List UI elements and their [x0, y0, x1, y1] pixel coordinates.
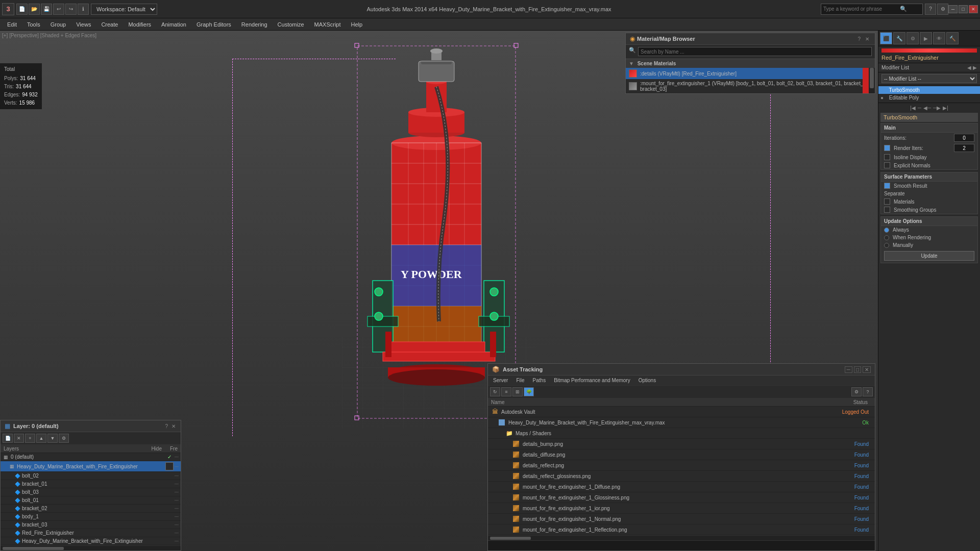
layer-item-5[interactable]: 🔷 bolt_01 ···: [1, 496, 181, 505]
rpanel-icon-motion[interactable]: ▶: [920, 32, 932, 44]
layers-tb-up[interactable]: ▲: [36, 434, 46, 443]
layer-item-10[interactable]: 🔷 Heavy_Duty_Marine_Bracket_with_Fire_Ex…: [1, 537, 181, 545]
at-menu-file[interactable]: File: [513, 377, 527, 384]
at-item-1[interactable]: Heavy_Duty_Marine_Bracket_with_Fire_Exti…: [488, 417, 875, 428]
mat-item-1[interactable]: :mount_for_fire_extinguisher_1 (VRayMtl)…: [626, 79, 875, 93]
layers-close-btn[interactable]: ✕: [170, 423, 177, 429]
menu-modifiers[interactable]: Modifiers: [123, 20, 156, 29]
menu-edit[interactable]: Edit: [2, 20, 22, 29]
at-item-7[interactable]: mount_for_fire_extinguisher_1_Diffuse.pn…: [488, 482, 875, 492]
layer-item-6[interactable]: 🔷 bracket_02 ···: [1, 505, 181, 513]
redo-btn[interactable]: ↪: [65, 4, 77, 15]
menu-views[interactable]: Views: [71, 20, 96, 29]
layer-item-2[interactable]: 🔷 bolt_02 ···: [1, 472, 181, 480]
when-rendering-radio[interactable]: [884, 235, 889, 240]
isoline-check[interactable]: [884, 154, 890, 160]
at-item-0[interactable]: 🏛 Autodesk Vault Logged Out: [488, 407, 875, 417]
new-btn[interactable]: 📄: [16, 4, 28, 15]
at-tb-view-tree[interactable]: 🌳: [524, 387, 534, 396]
modifier-nav-right[interactable]: ▶: [973, 65, 977, 70]
menu-maxscript[interactable]: MAXScript: [309, 20, 346, 29]
menu-graph-editors[interactable]: Graph Editors: [191, 20, 236, 29]
workspace-dropdown[interactable]: Workspace: Default: [91, 4, 157, 15]
layers-horizontal-scrollbar[interactable]: [1, 545, 181, 550]
menu-animation[interactable]: Animation: [156, 20, 191, 29]
layer-box-1[interactable]: [165, 462, 174, 470]
minimize-btn[interactable]: ─: [948, 5, 958, 13]
at-menu-bitmap-perf[interactable]: Bitmap Performance and Memory: [551, 377, 633, 384]
rpanel-icon-hierarchy[interactable]: ⚙: [906, 32, 919, 44]
at-tb-settings[interactable]: ⚙: [851, 387, 862, 396]
close-btn[interactable]: ✕: [969, 5, 978, 13]
layer-item-7[interactable]: 🔷 body_1 ···: [1, 513, 181, 521]
modifier-nav-left[interactable]: ◀: [967, 65, 971, 70]
at-close-btn[interactable]: ✕: [863, 366, 871, 373]
at-item-11[interactable]: mount_for_fire_extinguisher_1_Reflection…: [488, 524, 875, 535]
rpanel-icon-modify[interactable]: 🔧: [893, 32, 905, 44]
at-menu-options[interactable]: Options: [635, 377, 659, 384]
modifier-dropdown[interactable]: -- Modifier List --: [881, 74, 977, 83]
rpanel-icon-display2[interactable]: 👁: [933, 32, 945, 44]
menu-customize[interactable]: Customize: [273, 20, 309, 29]
open-btn[interactable]: 📂: [29, 4, 40, 15]
rpanel-icon-utilities[interactable]: 🔨: [946, 32, 959, 44]
layer-item-9[interactable]: 🔷 Red_Fire_Extniguisher ···: [1, 529, 181, 537]
render-iters-check[interactable]: [884, 145, 890, 151]
layers-tb-add[interactable]: +: [25, 434, 35, 443]
at-item-9[interactable]: mount_for_fire_extinguisher_1_ior.png Fo…: [488, 503, 875, 514]
nav-btn-4[interactable]: ─▶: [933, 105, 941, 111]
menu-tools[interactable]: Tools: [22, 20, 45, 29]
save-btn[interactable]: 💾: [41, 4, 52, 15]
layers-tb-settings[interactable]: ⚙: [59, 434, 69, 443]
menu-group[interactable]: Group: [45, 20, 71, 29]
at-item-4[interactable]: details_diffuse.png Found: [488, 449, 875, 460]
smooth-result-check[interactable]: [884, 183, 890, 189]
at-horizontal-scrollbar[interactable]: [488, 535, 875, 540]
menu-create[interactable]: Create: [96, 20, 123, 29]
layers-scroll-thumb[interactable]: [3, 547, 64, 550]
iterations-input[interactable]: [954, 134, 974, 142]
search-box[interactable]: 🔍: [821, 4, 923, 15]
layer-item-0[interactable]: ▦ 0 (default) ✓ ···: [1, 453, 181, 461]
mat-search-input[interactable]: [638, 47, 872, 56]
at-search-input[interactable]: [490, 543, 873, 548]
at-tb-view-details[interactable]: ⊞: [512, 387, 523, 396]
mat-item-0[interactable]: :details (VRayMtl) [Red_Fire_Extniguishe…: [626, 68, 875, 79]
at-menu-paths[interactable]: Paths: [530, 377, 549, 384]
menu-help[interactable]: Help: [346, 20, 368, 29]
mat-browser-close[interactable]: ✕: [864, 36, 871, 42]
at-item-3[interactable]: details_bump.png Found: [488, 439, 875, 449]
modifier-item-turbosmooth[interactable]: ● TurboSmooth: [878, 86, 980, 94]
menu-rendering[interactable]: Rendering: [236, 20, 273, 29]
manually-radio[interactable]: [884, 243, 889, 248]
update-button[interactable]: Update: [884, 251, 974, 261]
info-btn[interactable]: ℹ: [78, 4, 89, 15]
layer-item-1[interactable]: ▦ Heavy_Duty_Marine_Bracket_with_Fire_Ex…: [1, 461, 181, 472]
at-tb-refresh[interactable]: ↻: [490, 387, 500, 396]
materials-check[interactable]: [884, 198, 890, 205]
nav-btn-1[interactable]: |◀: [910, 105, 916, 111]
explicit-normals-check[interactable]: [884, 162, 890, 168]
mat-browser-scrollbar[interactable]: [869, 68, 875, 93]
settings-btn[interactable]: ⚙: [937, 4, 948, 15]
search-input[interactable]: [823, 6, 900, 12]
layer-item-8[interactable]: 🔷 bracket_03 ···: [1, 521, 181, 529]
maximize-btn[interactable]: □: [959, 5, 968, 13]
help-btn[interactable]: ?: [925, 4, 936, 15]
undo-btn[interactable]: ↩: [53, 4, 64, 15]
layers-tb-delete[interactable]: ✕: [14, 434, 24, 443]
at-item-2[interactable]: 📁 Maps / Shaders: [488, 428, 875, 439]
at-restore-btn[interactable]: □: [854, 366, 861, 373]
layer-item-3[interactable]: 🔷 bracket_01 ···: [1, 480, 181, 488]
modifier-item-editablepoly[interactable]: ● Editable Poly: [878, 94, 980, 102]
at-minimize-btn[interactable]: ─: [845, 366, 852, 373]
at-tb-view-list[interactable]: ≡: [501, 387, 511, 396]
layers-tb-new[interactable]: 📄: [3, 434, 13, 443]
smoothing-groups-check[interactable]: [884, 207, 890, 213]
at-item-5[interactable]: details_reflect.png Found: [488, 460, 875, 471]
layers-tb-down[interactable]: ▼: [47, 434, 58, 443]
at-h-scroll-thumb[interactable]: [490, 537, 531, 540]
always-radio[interactable]: [884, 228, 889, 233]
nav-btn-3[interactable]: ◀─: [923, 105, 931, 111]
render-iters-input[interactable]: [954, 144, 974, 152]
